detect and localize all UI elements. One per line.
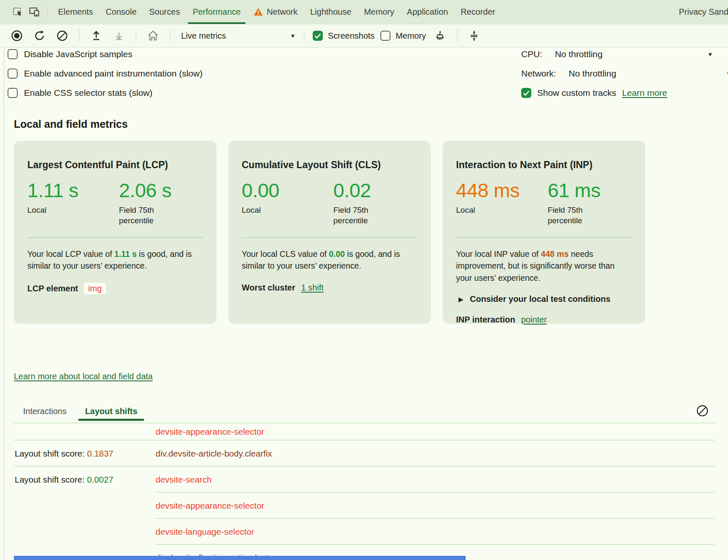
- tab-label: Elements: [58, 7, 93, 17]
- tab-label: Sources: [149, 7, 180, 17]
- tab-layout-shifts[interactable]: Layout shifts: [85, 407, 137, 416]
- element-link-part: devsite-language-selector: [156, 527, 254, 536]
- element-link[interactable]: div.devsite-article-body.clearfix: [156, 449, 272, 459]
- element-link[interactable]: devsite-appearance-selector: [156, 501, 264, 511]
- lcp-local-label: Local: [27, 205, 83, 215]
- lcp-description: Your local LCP value of 1.11 s is good, …: [27, 248, 203, 272]
- toolbar-separator: [457, 29, 457, 42]
- clear-icon[interactable]: [54, 27, 71, 44]
- desc-value: 448 ms: [541, 249, 569, 259]
- css-selector-stats-checkbox[interactable]: Enable CSS selector stats (slow): [8, 83, 203, 103]
- show-custom-tracks-label: Show custom tracks: [537, 88, 616, 98]
- tab-label: Network: [267, 7, 298, 17]
- layout-shift-row: devsite-appearance-selector: [14, 423, 728, 441]
- tab-label: Application: [407, 7, 448, 17]
- chevron-down-icon: ▼: [707, 51, 713, 58]
- collect-garbage-icon[interactable]: [432, 27, 448, 44]
- advanced-paint-instrumentation-checkbox[interactable]: Enable advanced paint instrumentation (s…: [8, 64, 203, 83]
- network-label: Network:: [521, 69, 556, 79]
- live-metrics-select[interactable]: Live metrics ▼: [179, 31, 295, 41]
- element-link-part: devsite-search: [156, 475, 211, 484]
- card-divider: [27, 237, 203, 238]
- lcp-element-chip[interactable]: img: [84, 283, 106, 294]
- element-link[interactable]: devsite-appearance-selector: [156, 427, 264, 437]
- chevron-down-icon: ▼: [290, 33, 295, 39]
- learn-more-field-data-link[interactable]: Learn more about local and field data: [14, 372, 153, 381]
- tab-label: Console: [106, 7, 136, 17]
- tab-label: Privacy Sandbox: [679, 7, 728, 17]
- element-link[interactable]: devsite-language-selector: [156, 527, 254, 537]
- inp-footer: INP interaction pointer: [456, 315, 632, 325]
- layout-shift-row: devsite-appearance-selector: [14, 493, 728, 519]
- warning-icon: [253, 8, 263, 16]
- capture-settings: Disable JavaScript samples Enable advanc…: [8, 45, 203, 103]
- network-throttling-select[interactable]: Network: No throttling ▼: [521, 64, 728, 83]
- worst-cluster-link[interactable]: 1 shift: [301, 283, 323, 293]
- layout-shift-score: Layout shift score: 0.1837: [14, 449, 156, 459]
- toolbar-separator: [79, 29, 79, 42]
- cls-field-value: 0.02: [333, 180, 389, 201]
- toolbar-separator: [47, 6, 47, 18]
- load-profile-icon[interactable]: [88, 27, 105, 44]
- inp-local-label: Local: [456, 205, 512, 215]
- desc-text: Your local LCP value of: [27, 249, 114, 259]
- lcp-field-label: Field 75th percentile: [119, 205, 174, 226]
- inp-interaction-link[interactable]: pointer: [521, 315, 547, 325]
- record-icon[interactable]: [8, 27, 25, 44]
- learn-more-link[interactable]: Learn more: [622, 88, 667, 98]
- layout-shift-row: Layout shift score: 0.1837div.devsite-ar…: [14, 441, 728, 467]
- element-link[interactable]: devsite-search: [156, 475, 211, 485]
- disable-js-samples-checkbox[interactable]: Disable JavaScript samples: [8, 45, 203, 64]
- tab-recorder[interactable]: Recorder: [454, 0, 501, 24]
- expander-label: Consider your local test conditions: [470, 294, 611, 304]
- reload-icon[interactable]: [31, 27, 48, 44]
- checkbox-unchecked-icon: [380, 31, 390, 41]
- card-divider: [242, 237, 417, 238]
- element-link-part: devsite-appearance-selector: [156, 501, 264, 510]
- tab-elements[interactable]: Elements: [52, 0, 99, 24]
- tab-label: Recorder: [461, 7, 495, 17]
- devtools-performance-panel: Elements Console Sources Performance Net…: [0, 0, 728, 560]
- tab-console[interactable]: Console: [99, 0, 142, 24]
- tab-privacy-sandbox[interactable]: Privacy Sandbox: [673, 0, 728, 24]
- tab-interactions[interactable]: Interactions: [23, 407, 66, 416]
- metric-cards: Largest Contentful Paint (LCP) 1.11 s Lo…: [14, 141, 645, 324]
- inspect-icon[interactable]: [9, 4, 26, 21]
- collapse-icon[interactable]: [466, 27, 483, 44]
- performance-toolbar: Live metrics ▼ Screenshots Memory: [0, 24, 728, 48]
- toolbar-separator: [136, 29, 136, 42]
- tab-sources[interactable]: Sources: [143, 0, 186, 24]
- throttling-settings: CPU: No throttling ▼ Network: No throttl…: [521, 45, 728, 103]
- device-toolbar-icon[interactable]: [26, 4, 43, 21]
- home-icon[interactable]: [145, 27, 161, 44]
- checkbox-checked-icon: [521, 88, 531, 98]
- lcp-card: Largest Contentful Paint (LCP) 1.11 s Lo…: [14, 141, 216, 324]
- tab-lighthouse[interactable]: Lighthouse: [304, 0, 358, 24]
- layout-shift-score-value: 0.1837: [87, 449, 113, 458]
- network-value: No throttling: [569, 69, 616, 79]
- lcp-card-title: Largest Contentful Paint (LCP): [27, 159, 203, 171]
- tab-performance[interactable]: Performance: [186, 0, 247, 24]
- inp-card-title: Interaction to Next Paint (INP): [456, 159, 632, 171]
- layout-shift-row: devsite-language-selector: [14, 519, 728, 545]
- layout-shifts-rows: devsite-appearance-selectorLayout shift …: [14, 423, 728, 560]
- live-metrics-label: Live metrics: [181, 31, 226, 41]
- layout-shift-score-value: 0.0027: [87, 475, 113, 484]
- cls-field-label: Field 75th percentile: [333, 205, 389, 226]
- layout-shift-score: Layout shift score: 0.0027: [14, 475, 156, 485]
- metrics-heading: Local and field metrics: [14, 118, 128, 130]
- toolbar-separator: [304, 29, 304, 42]
- tab-network[interactable]: Network: [247, 0, 304, 24]
- toolbar-separator: [170, 29, 170, 42]
- memory-checkbox[interactable]: Memory: [380, 31, 426, 41]
- tab-memory[interactable]: Memory: [358, 0, 401, 24]
- local-test-conditions-expander[interactable]: ▶ Consider your local test conditions: [456, 294, 632, 304]
- cpu-throttling-select[interactable]: CPU: No throttling ▼: [521, 45, 728, 64]
- clear-log-icon[interactable]: [696, 404, 709, 417]
- save-profile-icon[interactable]: [111, 27, 127, 44]
- screenshots-checkbox[interactable]: Screenshots: [313, 31, 375, 41]
- show-custom-tracks-checkbox[interactable]: Show custom tracks Learn more: [521, 83, 728, 103]
- cpu-label: CPU:: [521, 49, 542, 59]
- card-divider: [456, 237, 632, 238]
- tab-application[interactable]: Application: [401, 0, 454, 24]
